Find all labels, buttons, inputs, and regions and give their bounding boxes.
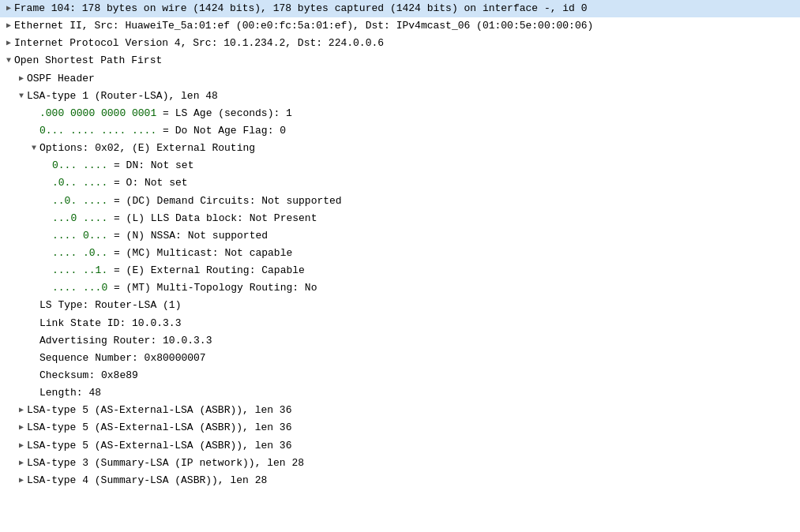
expander-ospf-header[interactable] (16, 73, 27, 84)
tree-row-seq-num[interactable]: Sequence Number: 0x80000007 (0, 350, 800, 367)
row-text-lsa-type4-1: LSA-type 4 (Summary-LSA (ASBR)), len 28 (27, 473, 267, 489)
row-text-dn: 0... .... = DN: Not set (52, 158, 193, 174)
expander-ospf[interactable] (3, 55, 14, 66)
expander-lsa-type5-2[interactable] (16, 422, 27, 433)
expander-lsa-type1[interactable] (16, 91, 27, 102)
row-text-dc: ..0. .... = (DC) Demand Circuits: Not su… (52, 193, 342, 209)
tree-row-lsa-type5-3[interactable]: LSA-type 5 (AS-External-LSA (ASBR)), len… (0, 437, 800, 455)
row-text-do-not-age: 0... .... .... .... = Do Not Age Flag: 0 (39, 123, 286, 139)
tree-row-checksum[interactable]: Checksum: 0x8e89 (0, 367, 800, 384)
row-text-l-lls: ...0 .... = (L) LLS Data block: Not Pres… (52, 211, 317, 227)
row-text-ethernet: Ethernet II, Src: HuaweiTe_5a:01:ef (00:… (14, 18, 593, 34)
row-text-lsa-type5-2: LSA-type 5 (AS-External-LSA (ASBR)), len… (27, 420, 291, 436)
row-text-ospf: Open Shortest Path First (14, 53, 162, 69)
tree-row-l-lls[interactable]: ...0 .... = (L) LLS Data block: Not Pres… (0, 210, 800, 227)
tree-row-ls-age[interactable]: .000 0000 0000 0001 = LS Age (seconds): … (0, 105, 800, 122)
tree-row-ls-type[interactable]: LS Type: Router-LSA (1) (0, 297, 800, 314)
row-text-lsa-type5-1: LSA-type 5 (AS-External-LSA (ASBR)), len… (27, 403, 291, 418)
expander-ethernet[interactable] (3, 21, 14, 32)
expander-options[interactable] (28, 143, 39, 154)
tree-row-lsa-type5-1[interactable]: LSA-type 5 (AS-External-LSA (ASBR)), len… (0, 402, 800, 419)
tree-row-ospf[interactable]: Open Shortest Path First (0, 52, 800, 69)
row-text-link-state-id: Link State ID: 10.0.3.3 (39, 316, 181, 332)
tree-row-frame[interactable]: Frame 104: 178 bytes on wire (1424 bits)… (0, 0, 800, 17)
tree-row-lsa-type1[interactable]: LSA-type 1 (Router-LSA), len 48 (0, 88, 800, 105)
row-text-mt: .... ...0 = (MT) Multi-Topology Routing:… (52, 280, 317, 296)
tree-row-mc[interactable]: .... .0.. = (MC) Multicast: Not capable (0, 245, 800, 262)
tree-row-ethernet[interactable]: Ethernet II, Src: HuaweiTe_5a:01:ef (00:… (0, 17, 800, 35)
row-text-mc: .... .0.. = (MC) Multicast: Not capable (52, 245, 292, 261)
row-text-length: Length: 48 (39, 385, 101, 401)
row-text-options: Options: 0x02, (E) External Routing (39, 140, 255, 156)
tree-row-do-not-age[interactable]: 0... .... .... .... = Do Not Age Flag: 0 (0, 122, 800, 140)
row-text-frame: Frame 104: 178 bytes on wire (1424 bits)… (14, 1, 588, 17)
tree-row-e-routing[interactable]: .... ..1. = (E) External Routing: Capabl… (0, 262, 800, 279)
tree-row-adv-router[interactable]: Advertising Router: 10.0.3.3 (0, 332, 800, 350)
row-text-lsa-type5-3: LSA-type 5 (AS-External-LSA (ASBR)), len… (27, 438, 291, 454)
row-text-seq-num: Sequence Number: 0x80000007 (39, 350, 206, 366)
tree-row-o-bit[interactable]: .0.. .... = O: Not set (0, 174, 800, 192)
tree-row-ip[interactable]: Internet Protocol Version 4, Src: 10.1.2… (0, 35, 800, 52)
tree-row-mt[interactable]: .... ...0 = (MT) Multi-Topology Routing:… (0, 279, 800, 297)
tree-row-length[interactable]: Length: 48 (0, 384, 800, 402)
tree-row-lsa-type5-2[interactable]: LSA-type 5 (AS-External-LSA (ASBR)), len… (0, 419, 800, 436)
tree-row-lsa-type4-1[interactable]: LSA-type 4 (Summary-LSA (ASBR)), len 28 (0, 472, 800, 489)
tree-row-ospf-header[interactable]: OSPF Header (0, 70, 800, 88)
row-text-ip: Internet Protocol Version 4, Src: 10.1.2… (14, 36, 384, 51)
row-text-nssa: .... 0... = (N) NSSA: Not supported (52, 228, 268, 244)
row-text-o-bit: .0.. .... = O: Not set (52, 175, 188, 191)
tree-row-lsa-type3-1[interactable]: LSA-type 3 (Summary-LSA (IP network)), l… (0, 455, 800, 472)
tree-row-dn[interactable]: 0... .... = DN: Not set (0, 157, 800, 174)
row-text-ls-age: .000 0000 0000 0001 = LS Age (seconds): … (39, 106, 292, 122)
row-text-adv-router: Advertising Router: 10.0.3.3 (39, 333, 212, 349)
tree-row-link-state-id[interactable]: Link State ID: 10.0.3.3 (0, 315, 800, 332)
row-text-lsa-type3-1: LSA-type 3 (Summary-LSA (IP network)), l… (27, 455, 304, 471)
tree-row-options[interactable]: Options: 0x02, (E) External Routing (0, 140, 800, 157)
packet-tree: Frame 104: 178 bytes on wire (1424 bits)… (0, 0, 800, 532)
expander-ip[interactable] (3, 38, 14, 49)
expander-lsa-type4-1[interactable] (16, 475, 27, 486)
row-text-ospf-header: OSPF Header (27, 71, 95, 87)
row-text-checksum: Checksum: 0x8e89 (39, 368, 138, 384)
expander-lsa-type5-1[interactable] (16, 405, 27, 416)
tree-row-nssa[interactable]: .... 0... = (N) NSSA: Not supported (0, 227, 800, 245)
expander-lsa-type3-1[interactable] (16, 458, 27, 469)
row-text-e-routing: .... ..1. = (E) External Routing: Capabl… (52, 263, 305, 279)
row-text-ls-type: LS Type: Router-LSA (1) (39, 298, 181, 313)
tree-row-dc[interactable]: ..0. .... = (DC) Demand Circuits: Not su… (0, 193, 800, 210)
expander-lsa-type5-3[interactable] (16, 440, 27, 451)
expander-frame[interactable] (3, 3, 14, 14)
row-text-lsa-type1: LSA-type 1 (Router-LSA), len 48 (27, 88, 218, 104)
